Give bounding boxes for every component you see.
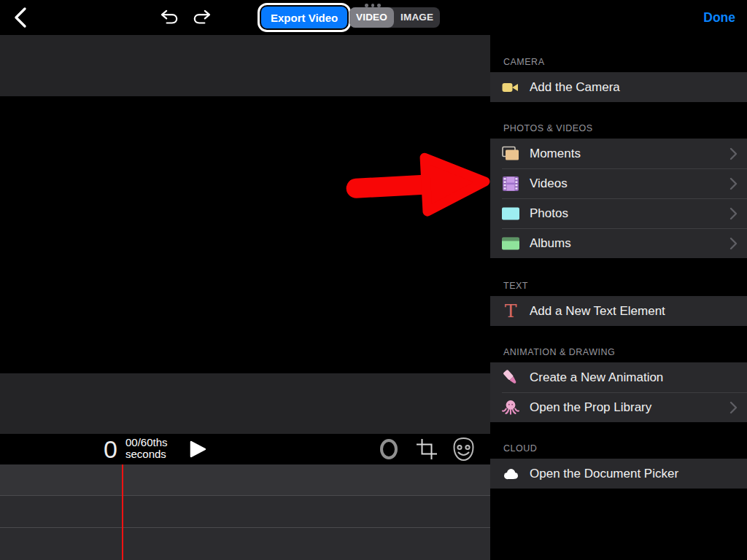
panel-section-photos-videos: PHOTOS & VIDEOSMomentsVideosPhotosAlbums	[490, 117, 747, 258]
play-button[interactable]	[188, 440, 207, 461]
segment-video[interactable]: VIDEO	[349, 7, 394, 28]
panel-item-label: Open the Prop Library	[530, 400, 651, 415]
panel-item-albums[interactable]: Albums	[490, 228, 747, 258]
onion-skin-button circle-icon[interactable]	[380, 439, 398, 459]
timeline-track-2[interactable]	[0, 496, 490, 527]
chevron-right-icon	[729, 401, 738, 417]
panel-item-label: Albums	[530, 236, 571, 251]
crop-icon	[416, 451, 438, 462]
app: Export Video VIDEO IMAGE 0 00/60ths seco…	[0, 0, 747, 560]
crop-button[interactable]	[416, 438, 438, 462]
redo-button[interactable]	[190, 8, 214, 28]
export-video-label: Export Video	[271, 12, 338, 24]
export-video-button[interactable]: Export Video	[261, 7, 347, 28]
chevron-right-icon	[729, 147, 738, 163]
panel-item-videos[interactable]: Videos	[490, 168, 747, 198]
albums-icon	[501, 234, 520, 253]
editor-area: Export Video VIDEO IMAGE 0 00/60ths seco…	[0, 0, 490, 560]
panel-item-create-a-new-animation[interactable]: Create a New Animation	[490, 362, 747, 392]
panel-item-open-the-document-picker[interactable]: Open the Document Picker	[490, 459, 747, 489]
frame-unit-top: 00/60ths	[125, 437, 168, 448]
theater-mask-icon	[452, 453, 475, 464]
panel-section-text: TEXTTAdd a New Text Element	[490, 275, 747, 326]
playback-bar: 0 00/60ths seconds	[0, 434, 490, 464]
panel-item-label: Moments	[530, 147, 581, 161]
svg-text:T: T	[505, 301, 517, 322]
panel-item-label: Videos	[530, 176, 568, 191]
text-icon: T	[501, 302, 520, 321]
section-header: TEXT	[490, 275, 747, 296]
film-strip-icon	[501, 174, 520, 193]
segment-dots-icon	[365, 4, 381, 7]
timeline-track-1[interactable]	[0, 464, 490, 495]
frame-unit-bottom: seconds	[125, 448, 166, 459]
panel-section-animation-drawing: ANIMATION & DRAWINGCreate a New Animatio…	[490, 341, 747, 422]
done-button[interactable]: Done	[703, 0, 735, 35]
panel-section-camera: CAMERAAdd the Camera	[490, 51, 747, 102]
panel-item-label: Photos	[530, 206, 568, 221]
chevron-right-icon	[729, 177, 738, 193]
red-arrow-right-icon	[341, 140, 493, 232]
video-camera-icon	[501, 78, 520, 97]
play-icon	[188, 450, 207, 461]
undo-button[interactable]	[158, 8, 181, 28]
panel-item-label: Open the Document Picker	[530, 467, 678, 481]
photos-icon	[501, 204, 520, 223]
panel-item-label: Create a New Animation	[530, 370, 663, 385]
timeline-track-3[interactable]	[0, 528, 490, 560]
paintbrush-icon	[501, 368, 520, 387]
top-toolbar: Export Video VIDEO IMAGE	[0, 0, 490, 35]
segment-image[interactable]: IMAGE	[394, 7, 440, 28]
section-header: CAMERA	[490, 51, 747, 72]
letterbox-bottom	[0, 373, 490, 434]
panel-item-open-the-prop-library[interactable]: Open the Prop Library	[490, 392, 747, 422]
panel-item-photos[interactable]: Photos	[490, 198, 747, 228]
cloud-icon	[501, 464, 520, 483]
panel-item-moments[interactable]: Moments	[490, 139, 747, 168]
panel-item-add-the-camera[interactable]: Add the Camera	[490, 72, 747, 102]
chevron-right-icon	[729, 237, 738, 253]
back-chevron-icon	[11, 20, 31, 31]
redo-icon	[191, 18, 213, 28]
panel-item-add-a-new-text-element[interactable]: TAdd a New Text Element	[490, 296, 747, 326]
format-segmented-control: VIDEO IMAGE	[349, 7, 440, 28]
back-button[interactable]	[9, 6, 34, 29]
panel-item-label: Add a New Text Element	[530, 304, 665, 319]
theater-mask-button[interactable]	[452, 437, 475, 464]
media-panel: Done CAMERAAdd the Camera PHOTOS & VIDEO…	[490, 0, 747, 560]
chevron-right-icon	[729, 207, 738, 223]
panel-section-cloud: CLOUDOpen the Document Picker	[490, 438, 747, 489]
octopus-icon	[501, 398, 520, 417]
section-header: PHOTOS & VIDEOS	[490, 117, 747, 139]
section-header: CLOUD	[490, 438, 747, 459]
panel-item-label: Add the Camera	[530, 80, 620, 95]
letterbox-top	[0, 35, 490, 96]
undo-icon	[158, 18, 180, 28]
frame-counter: 0	[104, 434, 117, 464]
timeline-playhead[interactable]	[122, 464, 123, 560]
video-canvas	[0, 96, 490, 373]
moments-icon	[501, 144, 520, 163]
section-header: ANIMATION & DRAWING	[490, 341, 747, 362]
